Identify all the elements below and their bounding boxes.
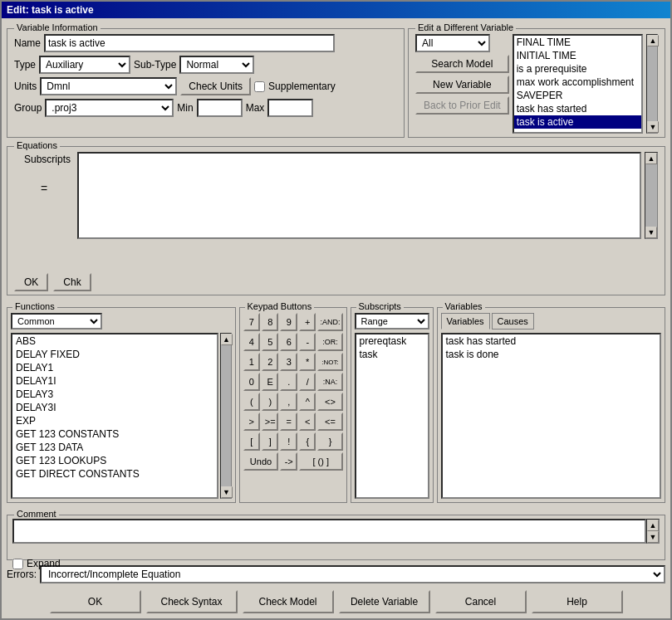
keypad-rbracket[interactable]: ] <box>262 432 279 451</box>
supplementary-checkbox[interactable] <box>254 81 265 92</box>
comment-textarea[interactable] <box>12 519 646 544</box>
list-item[interactable]: task has started <box>514 102 641 115</box>
keypad-lbracket[interactable]: [ <box>243 432 260 451</box>
keypad-or[interactable]: :OR: <box>317 333 342 351</box>
keypad-1[interactable]: 1 <box>243 353 260 371</box>
keypad-5[interactable]: 5 <box>262 333 279 351</box>
variable-item[interactable]: task is done <box>443 348 660 361</box>
keypad-rbrace[interactable]: } <box>317 432 342 451</box>
expand-checkbox[interactable] <box>12 559 23 569</box>
function-item[interactable]: DELAY FIXED <box>12 348 217 361</box>
keypad-e[interactable]: E <box>262 373 279 391</box>
keypad-and[interactable]: :AND: <box>317 313 342 331</box>
function-item[interactable]: GET 123 DATA <box>12 441 217 454</box>
filter-select[interactable]: All Auxiliary Constant <box>415 34 490 52</box>
min-input[interactable] <box>197 99 243 117</box>
tab-causes[interactable]: Causes <box>492 313 534 330</box>
keypad-4[interactable]: 4 <box>243 333 260 351</box>
fn-scroll-down[interactable]: ▼ <box>221 486 233 498</box>
list-item[interactable]: max work accomplishment <box>514 76 641 89</box>
keypad-lparen[interactable]: ( <box>243 393 260 411</box>
function-item[interactable]: DELAY3I <box>12 401 217 414</box>
eq-scroll-up[interactable]: ▲ <box>645 153 657 164</box>
keypad-divide[interactable]: / <box>299 373 316 391</box>
back-to-prior-edit-button[interactable]: Back to Prior Edit <box>415 96 509 115</box>
keypad-plus[interactable]: + <box>299 313 316 331</box>
type-select[interactable]: Auxiliary Constant Level Rate <box>39 56 130 74</box>
keypad-undo[interactable]: Undo <box>243 452 279 471</box>
keypad-neq[interactable]: <> <box>317 393 342 411</box>
subscripts-list[interactable]: prereqtask task <box>355 333 429 499</box>
variable-item[interactable]: task has started <box>443 334 660 348</box>
new-variable-button[interactable]: New Variable <box>415 76 509 94</box>
keypad-gt[interactable]: > <box>243 413 260 431</box>
function-item[interactable]: GET 123 CONSTANTS <box>12 427 217 441</box>
comment-scroll-down[interactable]: ▼ <box>647 531 659 543</box>
keypad-rparen[interactable]: ) <box>262 393 279 411</box>
subtype-select[interactable]: Normal Shadow <box>179 56 254 74</box>
variables-list[interactable]: task has started task is done <box>441 333 662 499</box>
chk-button[interactable]: Chk <box>53 273 91 291</box>
keypad-gte[interactable]: >= <box>262 413 279 431</box>
keypad-dot[interactable]: . <box>280 373 297 391</box>
eq-scroll-down[interactable]: ▼ <box>645 227 657 238</box>
search-model-button[interactable]: Search Model <box>415 55 509 73</box>
group-select[interactable]: .proj3 <box>45 99 174 117</box>
function-item[interactable]: GET 123 LOOKUPS <box>12 454 217 467</box>
equation-textarea[interactable] <box>77 152 641 239</box>
list-item[interactable]: SAVEPER <box>514 89 641 102</box>
keypad-lte[interactable]: <= <box>317 413 342 431</box>
keypad-comma[interactable]: , <box>280 393 297 411</box>
keypad-7[interactable]: 7 <box>243 313 260 331</box>
keypad-3[interactable]: 3 <box>280 353 297 371</box>
keypad-arrow[interactable]: -> <box>280 452 297 471</box>
tab-variables[interactable]: Variables <box>441 313 490 330</box>
function-item[interactable]: DELAY3 <box>12 388 217 401</box>
keypad-6[interactable]: 6 <box>280 333 297 351</box>
name-input[interactable] <box>44 34 335 52</box>
keypad-caret[interactable]: ^ <box>299 393 316 411</box>
keypad-lbrace[interactable]: { <box>299 432 316 451</box>
comment-scroll-up[interactable]: ▲ <box>647 520 659 531</box>
subscript-item[interactable]: prereqtask <box>356 334 428 348</box>
help-button[interactable]: Help <box>532 590 623 613</box>
keypad-lt[interactable]: < <box>299 413 316 431</box>
list-item[interactable]: INITIAL TIME <box>514 49 641 62</box>
keypad-minus[interactable]: - <box>299 333 316 351</box>
subscript-item[interactable]: task <box>356 348 428 361</box>
function-item[interactable]: GET DIRECT CONSTANTS <box>12 467 217 481</box>
list-item-selected[interactable]: task is active <box>514 115 641 129</box>
list-item[interactable]: FINAL TIME <box>514 36 641 49</box>
keypad-2[interactable]: 2 <box>262 353 279 371</box>
check-syntax-button[interactable]: Check Syntax <box>146 590 238 613</box>
functions-list[interactable]: ABS DELAY FIXED DELAY1 DELAY1I DELAY3 DE… <box>11 333 218 499</box>
keypad-not[interactable]: :NOT: <box>317 353 342 371</box>
keypad-excl[interactable]: ! <box>280 432 297 451</box>
keypad-parens[interactable]: [ () ] <box>299 452 343 471</box>
keypad-0[interactable]: 0 <box>243 373 260 391</box>
subscripts-range-select[interactable]: Range All Selected <box>355 313 429 330</box>
ok-button[interactable]: OK <box>50 590 141 613</box>
functions-category-select[interactable]: Common All Math Logic Delay <box>11 313 102 330</box>
function-item[interactable]: DELAY1 <box>12 361 217 374</box>
keypad-8[interactable]: 8 <box>262 313 279 331</box>
units-select[interactable]: Dmnl <box>40 77 177 95</box>
keypad-9[interactable]: 9 <box>280 313 297 331</box>
delete-variable-button[interactable]: Delete Variable <box>339 590 430 613</box>
cancel-button[interactable]: Cancel <box>435 590 527 613</box>
check-units-button[interactable]: Check Units <box>180 77 251 95</box>
list-item[interactable]: is a prerequisite <box>514 62 641 76</box>
ok-equation-button[interactable]: OK <box>14 273 48 291</box>
fn-scroll-up[interactable]: ▲ <box>221 334 233 345</box>
list-scroll-up[interactable]: ▲ <box>647 35 659 46</box>
function-item[interactable]: ABS <box>12 334 217 348</box>
max-input[interactable] <box>267 99 313 117</box>
function-item[interactable]: EXP <box>12 414 217 427</box>
keypad-eq[interactable]: = <box>280 413 297 431</box>
keypad-na[interactable]: :NA: <box>317 373 342 391</box>
list-scroll-down[interactable]: ▼ <box>647 121 659 133</box>
check-model-button[interactable]: Check Model <box>243 590 334 613</box>
function-item[interactable]: DELAY1I <box>12 374 217 388</box>
keypad-multiply[interactable]: * <box>299 353 316 371</box>
edit-variable-list[interactable]: FINAL TIME INITIAL TIME is a prerequisit… <box>513 34 643 134</box>
